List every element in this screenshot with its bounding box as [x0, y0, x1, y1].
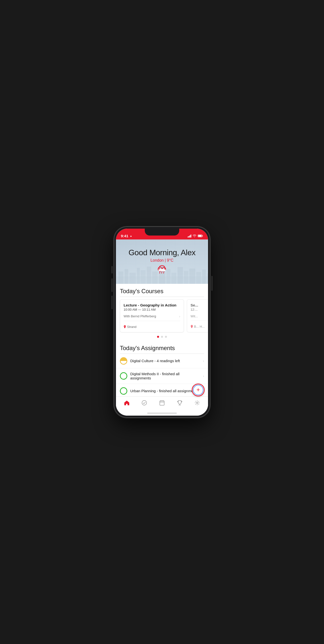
svg-rect-5	[129, 273, 136, 284]
home-indicator	[116, 411, 208, 416]
fab-inner-ring: +	[193, 385, 203, 395]
main-content: Today's Courses Lecture - Geography in A…	[116, 284, 208, 396]
assignment-chevron-0: ›	[203, 359, 204, 363]
carousel-dot-1[interactable]	[161, 336, 163, 338]
location-separator: |	[165, 258, 167, 262]
courses-section-title: Today's Courses	[116, 284, 208, 296]
wifi-icon	[193, 234, 196, 238]
carousel-dot-0[interactable]	[157, 336, 159, 338]
course-card-instructor-0: With Bernd Pfefferberg ›	[124, 314, 180, 321]
course-card-title-1: Se...	[191, 303, 208, 307]
scroll-content[interactable]: Good Morning, Alex London | 9°C	[116, 240, 208, 396]
location-arrow-icon: ▲	[130, 234, 132, 237]
location-text: London | 9°C	[150, 258, 173, 263]
svg-rect-4	[125, 269, 128, 284]
city-name: London	[150, 258, 163, 262]
svg-line-24	[162, 272, 162, 274]
course-card-location-0: Strand	[124, 325, 180, 329]
course-card-1[interactable]: Se... 12:... Wit... B... H...	[187, 299, 208, 332]
location-name-1: B... H...	[194, 325, 205, 328]
status-icons	[188, 234, 203, 238]
temperature-text: 9°C	[167, 258, 174, 262]
assignment-circle-1	[120, 372, 127, 380]
svg-line-25	[163, 272, 164, 274]
course-card-0[interactable]: Lecture - Geography in Action 10:00 AM —…	[120, 299, 184, 332]
svg-rect-17	[202, 270, 206, 284]
svg-rect-14	[184, 271, 188, 284]
chevron-right-icon-0: ›	[179, 314, 180, 318]
course-card-instructor-1: Wit...	[191, 314, 208, 321]
svg-rect-18	[207, 274, 208, 284]
instructor-name-1: Wit...	[191, 314, 198, 318]
battery-icon	[198, 234, 203, 238]
svg-rect-28	[160, 401, 164, 405]
svg-rect-3	[118, 272, 123, 284]
courses-carousel[interactable]: Lecture - Geography in Action 10:00 AM —…	[116, 297, 208, 335]
phone-screen: 9:41 ▲	[116, 229, 208, 416]
home-icon	[124, 400, 130, 407]
calendar-icon	[160, 400, 164, 407]
assignment-item-1[interactable]: Digital Methods II - finished all assign…	[116, 368, 208, 384]
assignment-circle-2	[120, 387, 127, 395]
assignment-label-2: Urban Planning - finished all assignment…	[130, 389, 200, 393]
phone-frame: 9:41 ▲	[114, 227, 210, 418]
svg-rect-15	[189, 268, 195, 284]
svg-rect-16	[196, 272, 201, 284]
nav-item-trophy[interactable]	[171, 397, 189, 411]
svg-rect-6	[137, 268, 140, 284]
nav-item-check[interactable]	[136, 397, 153, 411]
svg-rect-8	[147, 266, 151, 284]
signal-strength-icon	[188, 234, 191, 238]
fab-button[interactable]: +	[192, 384, 205, 396]
weather-icon-area	[156, 264, 168, 275]
svg-point-27	[142, 400, 147, 405]
fab-plus-icon: +	[196, 387, 200, 393]
gear-icon	[195, 400, 200, 407]
svg-point-34	[196, 402, 198, 404]
carousel-dot-2[interactable]	[165, 336, 167, 338]
nav-item-home[interactable]	[118, 397, 136, 411]
svg-rect-13	[178, 267, 183, 284]
svg-rect-7	[141, 270, 145, 284]
home-bar	[147, 413, 177, 414]
location-name-0: Strand	[127, 325, 136, 329]
svg-rect-12	[171, 273, 176, 284]
svg-rect-22	[159, 270, 165, 271]
svg-line-23	[160, 272, 160, 274]
nav-item-settings[interactable]	[188, 397, 206, 411]
courses-section: Today's Courses Lecture - Geography in A…	[116, 284, 208, 341]
assignment-label-0: Digital Culture - 4 readings left	[130, 359, 200, 363]
notch	[145, 229, 179, 236]
weather-icon	[156, 264, 168, 275]
greeting-text: Good Morning, Alex	[128, 248, 196, 257]
status-time: 9:41 ▲	[121, 234, 132, 238]
nav-item-calendar[interactable]	[153, 397, 171, 411]
time-display: 9:41	[121, 234, 128, 238]
trophy-icon	[177, 400, 182, 407]
course-card-time-1: 12:...	[191, 308, 208, 312]
assignment-chevron-1: ›	[203, 374, 204, 378]
assignment-circle-0	[120, 357, 127, 364]
instructor-name-0: With Bernd Pfefferberg	[124, 314, 156, 318]
bottom-navigation	[116, 396, 208, 411]
svg-rect-1	[198, 235, 202, 237]
assignment-label-1: Digital Methods II - finished all assign…	[130, 372, 200, 380]
assignment-item-0[interactable]: Digital Culture - 4 readings left ›	[116, 354, 208, 368]
carousel-dots	[116, 335, 208, 341]
course-card-title-0: Lecture - Geography in Action	[124, 303, 180, 307]
course-card-time-0: 10:00 AM — 10:11 AM	[124, 308, 180, 312]
course-card-location-1: B... H...	[191, 325, 208, 328]
hero-section: Good Morning, Alex London | 9°C	[116, 240, 208, 284]
assignments-section-title: Today's Assignments	[116, 341, 208, 354]
check-circle-icon	[142, 400, 147, 407]
